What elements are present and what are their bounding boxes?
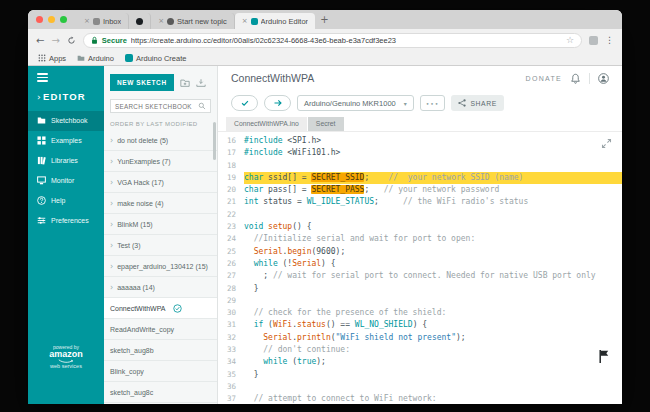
browser-tab[interactable]: ×Arduino Editor [235, 13, 315, 29]
code-line[interactable]: 36 [218, 381, 622, 393]
back-button[interactable]: ← [36, 35, 44, 46]
panel-scrollbar[interactable] [213, 122, 216, 160]
new-folder-icon[interactable] [180, 78, 190, 88]
code-editor[interactable]: 16#include <SPI.h>17#include <WiFi101.h>… [218, 132, 622, 404]
menu-icon[interactable] [37, 73, 48, 82]
import-sketch-icon[interactable] [196, 78, 206, 88]
forward-button[interactable]: → [51, 35, 59, 46]
code-line[interactable]: 18 [218, 160, 622, 172]
sidebar-item-examples[interactable]: Examples [28, 131, 104, 151]
code-line[interactable]: 22 [218, 209, 622, 221]
sketch-list-item[interactable]: ConnectWithWPA [104, 298, 217, 319]
tab-label: Start new topic [177, 17, 227, 26]
code-line[interactable]: 20char pass[] = SECRET_PASS; // your net… [218, 184, 622, 196]
code-line[interactable]: 19char ssid[] = SECRET_SSID; // your net… [218, 172, 622, 184]
code-token: "WiFi shield not present" [336, 333, 456, 342]
sketch-list-item[interactable]: ›YunExamples (7) [104, 151, 217, 172]
code-line[interactable]: 16#include <SPI.h> [218, 135, 622, 147]
sketch-list-item[interactable]: ›make noise (4) [104, 193, 217, 214]
sketch-list-item[interactable]: ReadAndWrite_copy [104, 319, 217, 340]
minimize-window-button[interactable] [48, 16, 55, 23]
fullscreen-expand-icon[interactable] [601, 138, 612, 149]
bookmark-star-icon[interactable]: ☆ [566, 35, 574, 45]
tab-close-icon[interactable]: × [158, 17, 164, 25]
more-options-button[interactable]: ••• [420, 95, 446, 111]
code-text: char ssid[] = SECRET_SSID; // your netwo… [244, 172, 622, 184]
powered-by-text: powered by [28, 344, 104, 350]
sidebar-item-preferences[interactable]: Preferences [28, 211, 104, 231]
sidebar-item-sketchbook[interactable]: Sketchbook [28, 111, 104, 131]
code-line[interactable]: 27 ; // wait for serial port to connect.… [218, 270, 622, 282]
editor-toolbar: Arduino/Genuino MKR1000 ▾ ••• SHARE [218, 90, 622, 116]
search-sketchbook-input[interactable] [115, 103, 196, 110]
code-line[interactable]: 23void setup() { [218, 221, 622, 233]
notifications-bell-icon[interactable] [570, 73, 581, 84]
preferences-icon [37, 216, 46, 225]
line-number: 16 [218, 135, 244, 147]
sketch-list-item[interactable]: ›Test (3) [104, 235, 217, 256]
code-line[interactable]: 24 //Initialize serial and wait for port… [218, 233, 622, 245]
sketch-list-item[interactable]: Blink_copy [104, 361, 217, 382]
code-text: Serial.begin(9600); [244, 246, 622, 258]
board-selector[interactable]: Arduino/Genuino MKR1000 ▾ [297, 95, 414, 111]
zoom-window-button[interactable] [60, 16, 67, 23]
browser-tab[interactable]: ×Start new topic [151, 13, 234, 29]
sketch-list-item[interactable]: sketch_aug8c [104, 382, 217, 403]
sidebar-item-help[interactable]: Help [28, 191, 104, 211]
sidebar-item-monitor[interactable]: Monitor [28, 171, 104, 191]
sketch-list-item[interactable]: sketch_aug8b [104, 340, 217, 361]
code-line[interactable]: 29 [218, 295, 622, 307]
code-token: Serial [292, 259, 321, 268]
code-text: char pass[] = SECRET_PASS; // your netwo… [244, 184, 622, 196]
code-text: // don't continue: [244, 344, 622, 356]
sketch-list-item[interactable]: ›aaaaaa (14) [104, 277, 217, 298]
reload-button[interactable] [67, 36, 76, 45]
bookmark-item[interactable]: Apps [38, 54, 66, 63]
code-line[interactable]: 30 // check for the presence of the shie… [218, 307, 622, 319]
code-line[interactable]: 26 while (!Serial) { [218, 258, 622, 270]
new-tab-button[interactable]: + [320, 15, 328, 25]
code-line[interactable]: 37 // attempt to connect to WiFi network… [218, 393, 622, 404]
upload-button[interactable] [264, 95, 291, 111]
code-line[interactable]: 33 // don't continue: [218, 344, 622, 356]
new-sketch-button[interactable]: NEW SKETCH [110, 74, 174, 91]
bookmark-item[interactable]: Arduino Create [125, 54, 186, 63]
sketch-list-item[interactable]: ›do not delete (5) [104, 130, 217, 151]
sketchbook-icon [37, 116, 46, 125]
tab-secret[interactable]: Secret [308, 117, 344, 131]
browser-tab[interactable] [129, 13, 151, 29]
browser-tab[interactable]: ×Inbox [77, 13, 129, 29]
feedback-flag-icon[interactable] [598, 349, 611, 364]
code-line[interactable]: 34 while (true); [218, 356, 622, 368]
order-by-label[interactable]: ORDER BY LAST MODIFIED [110, 121, 211, 127]
extension-icon[interactable] [589, 36, 598, 45]
code-line[interactable]: 28 } [218, 283, 622, 295]
editor-sidebar: › EDITOR SketchbookExamplesLibrariesMoni… [28, 66, 104, 404]
verify-button[interactable] [231, 95, 258, 111]
sketch-list-item[interactable]: ›VGA Hack (17) [104, 172, 217, 193]
sidebar-item-libraries[interactable]: Libraries [28, 151, 104, 171]
tab-close-icon[interactable]: × [242, 17, 248, 25]
sketch-list-item[interactable]: ›epaper_arduino_130412 (15) [104, 256, 217, 277]
code-token: char [244, 185, 263, 194]
code-token: begin [287, 247, 311, 256]
code-line[interactable]: 21int status = WL_IDLE_STATUS; // the Wi… [218, 196, 622, 208]
bookmark-item[interactable]: Arduino [77, 54, 114, 63]
tab-close-icon[interactable]: × [84, 17, 90, 25]
code-line[interactable]: 35 } [218, 369, 622, 381]
donate-link[interactable]: DONATE [526, 75, 562, 82]
code-line[interactable]: 32 Serial.println("WiFi shield not prese… [218, 332, 622, 344]
close-window-button[interactable] [36, 16, 43, 23]
code-line[interactable]: 17#include <WiFi101.h> [218, 147, 622, 159]
sketch-list-item[interactable]: ›BlinkM (15) [104, 214, 217, 235]
tab-connectwithwpa-ino[interactable]: ConnectWithWPA.ino [226, 117, 307, 131]
share-button[interactable]: SHARE [451, 95, 503, 111]
line-number: 24 [218, 233, 244, 245]
line-number: 22 [218, 209, 244, 221]
url-field[interactable]: Secure https://create.arduino.cc/editor/… [83, 33, 582, 48]
browser-menu-icon[interactable]: ⋮ [605, 35, 614, 45]
tab-label: Arduino Editor [261, 17, 309, 26]
code-line[interactable]: 25 Serial.begin(9600); [218, 246, 622, 258]
code-line[interactable]: 31 if (WiFi.status() == WL_NO_SHIELD) { [218, 319, 622, 331]
user-account-icon[interactable] [598, 73, 609, 84]
